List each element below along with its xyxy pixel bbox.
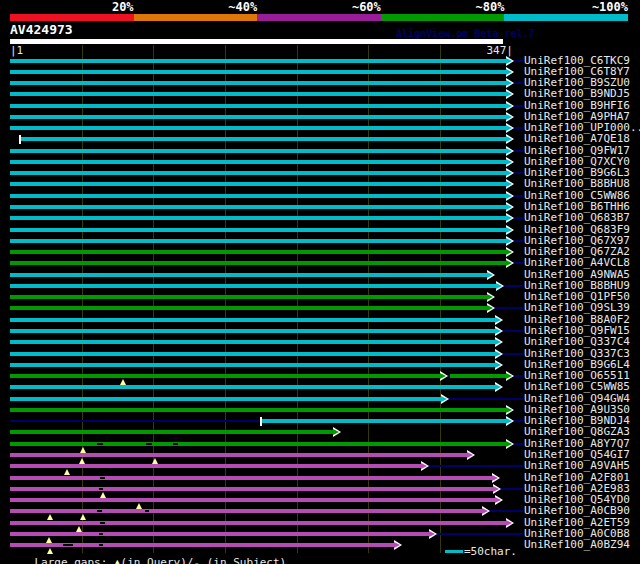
- hit-label[interactable]: UniRef100_C6TKC9: [524, 55, 630, 66]
- hit-bar-segment[interactable]: [10, 81, 506, 85]
- hit-bar-segment[interactable]: [10, 521, 506, 525]
- hit-label[interactable]: UniRef100_B9HFI6: [524, 100, 630, 111]
- hit-bar-segment[interactable]: [10, 532, 429, 536]
- scale-end-label: 347|: [487, 45, 514, 56]
- hit-label[interactable]: UniRef100_Q9SL39: [524, 302, 630, 313]
- hit-arrowhead: [467, 452, 473, 458]
- segment-start-tick: [19, 135, 21, 144]
- identity-colorbar-label: 20%: [112, 1, 134, 13]
- hit-bar-segment[interactable]: [10, 453, 467, 457]
- hit-bar-segment[interactable]: [10, 284, 496, 288]
- hit-bar-segment[interactable]: [10, 182, 506, 186]
- hit-bar-segment[interactable]: [262, 419, 506, 423]
- watermark: AlignView.pm Beta rel.7: [396, 29, 534, 39]
- hit-bar-segment[interactable]: [10, 352, 495, 356]
- hit-bar-segment[interactable]: [10, 498, 495, 502]
- hit-bar-segment[interactable]: [10, 205, 506, 209]
- hit-label[interactable]: UniRef100_Q683F9: [524, 224, 630, 235]
- fifty-char-scale-icon: [445, 550, 463, 553]
- hit-bar-segment[interactable]: [10, 250, 506, 254]
- query-gap-triangle-icon: [152, 458, 158, 464]
- hit-arrowhead: [506, 407, 512, 413]
- hit-bar-segment[interactable]: [10, 442, 506, 446]
- hit-label[interactable]: UniRef100_Q337C4: [524, 336, 630, 347]
- hit-bar-segment[interactable]: [10, 261, 506, 265]
- hit-bar-segment[interactable]: [10, 295, 487, 299]
- subject-gap-dash: [97, 443, 103, 445]
- hit-bar-segment[interactable]: [450, 374, 506, 378]
- hit-bar-segment[interactable]: [10, 194, 506, 198]
- hit-label[interactable]: UniRef100_A2ET59: [524, 517, 630, 528]
- hit-arrowhead: [506, 58, 512, 64]
- hit-label[interactable]: UniRef100_A2F801: [524, 472, 630, 483]
- hit-bar-segment[interactable]: [10, 160, 506, 164]
- hit-bar-segment[interactable]: [10, 363, 495, 367]
- alignment-overview: AV424973 AlignView.pm Beta rel.7 |1 347|…: [0, 0, 640, 564]
- hit-arrowhead: [487, 294, 493, 300]
- subject-gap-dash: [145, 510, 149, 512]
- hit-bar-segment[interactable]: [10, 476, 492, 480]
- hit-label[interactable]: UniRef100_A9NWA5: [524, 269, 630, 280]
- hit-bar-segment[interactable]: [10, 171, 506, 175]
- identity-colorbar-segment: [10, 14, 134, 21]
- identity-colorbar-label: ~100%: [592, 1, 628, 13]
- hit-bar-segment[interactable]: [10, 216, 506, 220]
- hit-arrowhead: [506, 373, 512, 379]
- large-gaps-query-label: (in Query)/: [121, 556, 194, 564]
- hit-arrowhead: [495, 384, 501, 390]
- scale-start-label: |1: [10, 45, 23, 56]
- query-gap-triangle-icon: [76, 526, 82, 532]
- hit-bar-segment[interactable]: [10, 374, 440, 378]
- hit-bar-segment[interactable]: [10, 306, 487, 310]
- hit-label[interactable]: UniRef100_A0CB90: [524, 505, 630, 516]
- hit-bar-segment[interactable]: [10, 487, 493, 491]
- hit-label[interactable]: UniRef100_Q337C3: [524, 348, 630, 359]
- hit-label[interactable]: UniRef100_C5WW85: [524, 381, 630, 392]
- hit-bar-segment[interactable]: [10, 329, 495, 333]
- subject-gap-dash: [100, 477, 104, 479]
- hit-bar-segment[interactable]: [21, 137, 506, 141]
- hit-bar-segment[interactable]: [10, 104, 506, 108]
- hit-arrowhead: [506, 91, 512, 97]
- hit-bar-segment[interactable]: [10, 115, 506, 119]
- identity-colorbar-label: ~40%: [228, 1, 257, 13]
- hit-label[interactable]: UniRef100_A0BZ94: [524, 539, 630, 550]
- hit-bar-segment[interactable]: [10, 228, 506, 232]
- hit-bar-segment[interactable]: [10, 397, 441, 401]
- segment-start-tick: [260, 417, 262, 426]
- hit-bar-segment[interactable]: [10, 149, 506, 153]
- hit-bar-segment[interactable]: [10, 92, 506, 96]
- hit-arrowhead: [506, 441, 512, 447]
- hit-label[interactable]: UniRef100_Q683B7: [524, 212, 630, 223]
- hit-arrowhead: [495, 317, 501, 323]
- hit-arrowhead: [487, 305, 493, 311]
- hit-label[interactable]: UniRef100_Q8GZA3: [524, 426, 630, 437]
- page-title: AV424973: [10, 23, 73, 36]
- hit-bar-segment[interactable]: [10, 509, 482, 513]
- hit-arrowhead: [506, 159, 512, 165]
- hit-arrowhead: [506, 80, 512, 86]
- hit-bar-segment[interactable]: [10, 59, 506, 63]
- hit-bar-segment[interactable]: [10, 464, 421, 468]
- hit-label[interactable]: UniRef100_A7QE18: [524, 133, 630, 144]
- hit-label[interactable]: UniRef100_A4VCL8: [524, 257, 630, 268]
- hit-bar-segment[interactable]: [10, 318, 495, 322]
- hit-arrowhead: [506, 227, 512, 233]
- gap-triangle-icon: ▲: [114, 556, 121, 564]
- hit-label[interactable]: UniRef100_B9NDJ5: [524, 88, 630, 99]
- hit-bar-segment[interactable]: [10, 340, 495, 344]
- identity-colorbar-label: ~60%: [352, 1, 381, 13]
- hit-arrowhead: [333, 429, 339, 435]
- hit-bar-segment[interactable]: [10, 430, 333, 434]
- hit-bar-segment[interactable]: [10, 408, 506, 412]
- hit-bar-segment[interactable]: [10, 239, 506, 243]
- hit-label[interactable]: UniRef100_A9VAH5: [524, 460, 630, 471]
- hit-bar-segment[interactable]: [10, 126, 506, 130]
- hit-bar-segment[interactable]: [10, 385, 495, 389]
- hit-bar-segment[interactable]: [10, 273, 487, 277]
- hit-label[interactable]: UniRef100_B8BHU8: [524, 178, 630, 189]
- query-gap-triangle-icon: [136, 503, 142, 509]
- hit-label[interactable]: UniRef100_Q94GW4: [524, 393, 630, 404]
- hit-bar-segment[interactable]: [10, 70, 506, 74]
- hit-arrowhead: [493, 486, 499, 492]
